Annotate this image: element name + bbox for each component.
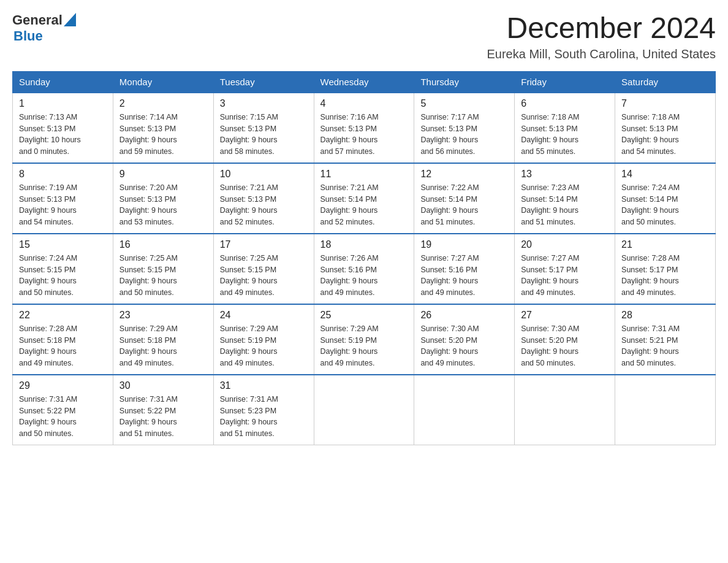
day-number: 10 — [220, 169, 308, 180]
calendar-day-cell: 29Sunrise: 7:31 AMSunset: 5:22 PMDayligh… — [13, 375, 113, 445]
day-number: 17 — [220, 239, 308, 250]
day-info: Sunrise: 7:16 AMSunset: 5:13 PMDaylight:… — [320, 112, 408, 158]
calendar-week-row: 8Sunrise: 7:19 AMSunset: 5:13 PMDaylight… — [13, 163, 716, 234]
calendar-day-cell — [314, 375, 414, 445]
day-info: Sunrise: 7:24 AMSunset: 5:14 PMDaylight:… — [621, 182, 709, 228]
day-number: 20 — [521, 239, 609, 250]
day-info: Sunrise: 7:31 AMSunset: 5:21 PMDaylight:… — [621, 323, 709, 369]
calendar-day-cell: 26Sunrise: 7:30 AMSunset: 5:20 PMDayligh… — [414, 304, 515, 375]
calendar-day-cell: 6Sunrise: 7:18 AMSunset: 5:13 PMDaylight… — [515, 93, 615, 163]
day-info: Sunrise: 7:25 AMSunset: 5:15 PMDaylight:… — [119, 253, 207, 299]
day-number: 6 — [521, 98, 609, 109]
day-number: 30 — [119, 380, 207, 391]
day-info: Sunrise: 7:23 AMSunset: 5:14 PMDaylight:… — [521, 182, 609, 228]
day-number: 27 — [521, 310, 609, 321]
day-number: 14 — [621, 169, 709, 180]
calendar-day-cell: 4Sunrise: 7:16 AMSunset: 5:13 PMDaylight… — [314, 93, 414, 163]
day-info: Sunrise: 7:31 AMSunset: 5:22 PMDaylight:… — [119, 394, 207, 440]
day-info: Sunrise: 7:28 AMSunset: 5:18 PMDaylight:… — [19, 323, 107, 369]
day-number: 25 — [320, 310, 408, 321]
day-info: Sunrise: 7:29 AMSunset: 5:18 PMDaylight:… — [119, 323, 207, 369]
logo-general: General — [12, 12, 63, 28]
calendar-week-row: 1Sunrise: 7:13 AMSunset: 5:13 PMDaylight… — [13, 93, 716, 163]
day-number: 26 — [420, 310, 508, 321]
day-number: 22 — [19, 310, 107, 321]
day-number: 2 — [119, 98, 207, 109]
day-info: Sunrise: 7:24 AMSunset: 5:15 PMDaylight:… — [19, 253, 107, 299]
day-info: Sunrise: 7:22 AMSunset: 5:14 PMDaylight:… — [420, 182, 508, 228]
calendar-day-cell: 23Sunrise: 7:29 AMSunset: 5:18 PMDayligh… — [113, 304, 213, 375]
day-info: Sunrise: 7:31 AMSunset: 5:22 PMDaylight:… — [19, 394, 107, 440]
calendar-day-cell: 25Sunrise: 7:29 AMSunset: 5:19 PMDayligh… — [314, 304, 414, 375]
day-number: 12 — [420, 169, 508, 180]
weekday-header-monday: Monday — [113, 71, 213, 93]
day-number: 4 — [320, 98, 408, 109]
day-number: 5 — [420, 98, 508, 109]
calendar-day-cell: 24Sunrise: 7:29 AMSunset: 5:19 PMDayligh… — [213, 304, 314, 375]
day-info: Sunrise: 7:15 AMSunset: 5:13 PMDaylight:… — [220, 112, 308, 158]
day-number: 24 — [220, 310, 308, 321]
calendar-day-cell: 3Sunrise: 7:15 AMSunset: 5:13 PMDaylight… — [213, 93, 314, 163]
calendar-day-cell: 12Sunrise: 7:22 AMSunset: 5:14 PMDayligh… — [414, 163, 515, 234]
day-number: 11 — [320, 169, 408, 180]
day-info: Sunrise: 7:14 AMSunset: 5:13 PMDaylight:… — [119, 112, 207, 158]
day-info: Sunrise: 7:29 AMSunset: 5:19 PMDaylight:… — [320, 323, 408, 369]
day-number: 13 — [521, 169, 609, 180]
weekday-header-tuesday: Tuesday — [213, 71, 314, 93]
day-number: 28 — [621, 310, 709, 321]
day-number: 18 — [320, 239, 408, 250]
calendar-day-cell — [515, 375, 615, 445]
calendar-day-cell: 8Sunrise: 7:19 AMSunset: 5:13 PMDaylight… — [13, 163, 113, 234]
calendar-day-cell: 22Sunrise: 7:28 AMSunset: 5:18 PMDayligh… — [13, 304, 113, 375]
day-info: Sunrise: 7:21 AMSunset: 5:14 PMDaylight:… — [320, 182, 408, 228]
day-info: Sunrise: 7:18 AMSunset: 5:13 PMDaylight:… — [521, 112, 609, 158]
logo-icon — [64, 13, 76, 26]
calendar-day-cell: 11Sunrise: 7:21 AMSunset: 5:14 PMDayligh… — [314, 163, 414, 234]
day-number: 7 — [621, 98, 709, 109]
day-info: Sunrise: 7:30 AMSunset: 5:20 PMDaylight:… — [521, 323, 609, 369]
calendar-day-cell: 7Sunrise: 7:18 AMSunset: 5:13 PMDaylight… — [615, 93, 716, 163]
day-number: 21 — [621, 239, 709, 250]
day-info: Sunrise: 7:17 AMSunset: 5:13 PMDaylight:… — [420, 112, 508, 158]
day-number: 31 — [220, 380, 308, 391]
day-number: 3 — [220, 98, 308, 109]
day-number: 9 — [119, 169, 207, 180]
day-number: 8 — [19, 169, 107, 180]
calendar-day-cell — [414, 375, 515, 445]
day-info: Sunrise: 7:31 AMSunset: 5:23 PMDaylight:… — [220, 394, 308, 440]
calendar-day-cell: 5Sunrise: 7:17 AMSunset: 5:13 PMDaylight… — [414, 93, 515, 163]
weekday-header-saturday: Saturday — [615, 71, 716, 93]
weekday-header-thursday: Thursday — [414, 71, 515, 93]
day-info: Sunrise: 7:13 AMSunset: 5:13 PMDaylight:… — [19, 112, 107, 158]
day-info: Sunrise: 7:28 AMSunset: 5:17 PMDaylight:… — [621, 253, 709, 299]
calendar-week-row: 29Sunrise: 7:31 AMSunset: 5:22 PMDayligh… — [13, 375, 716, 445]
calendar-day-cell: 20Sunrise: 7:27 AMSunset: 5:17 PMDayligh… — [515, 234, 615, 304]
day-info: Sunrise: 7:18 AMSunset: 5:13 PMDaylight:… — [621, 112, 709, 158]
calendar-day-cell — [615, 375, 716, 445]
calendar-day-cell: 16Sunrise: 7:25 AMSunset: 5:15 PMDayligh… — [113, 234, 213, 304]
weekday-header-wednesday: Wednesday — [314, 71, 414, 93]
day-number: 16 — [119, 239, 207, 250]
calendar-day-cell: 9Sunrise: 7:20 AMSunset: 5:13 PMDaylight… — [113, 163, 213, 234]
calendar-week-row: 15Sunrise: 7:24 AMSunset: 5:15 PMDayligh… — [13, 234, 716, 304]
calendar-day-cell: 15Sunrise: 7:24 AMSunset: 5:15 PMDayligh… — [13, 234, 113, 304]
calendar-day-cell: 10Sunrise: 7:21 AMSunset: 5:13 PMDayligh… — [213, 163, 314, 234]
weekday-header-row: SundayMondayTuesdayWednesdayThursdayFrid… — [13, 71, 716, 93]
title-block: December 2024 Eureka Mill, South Carolin… — [487, 12, 716, 61]
page-header: General Blue December 2024 Eureka Mill, … — [12, 12, 716, 61]
day-number: 23 — [119, 310, 207, 321]
month-year-title: December 2024 — [487, 12, 716, 45]
day-info: Sunrise: 7:30 AMSunset: 5:20 PMDaylight:… — [420, 323, 508, 369]
day-info: Sunrise: 7:29 AMSunset: 5:19 PMDaylight:… — [220, 323, 308, 369]
weekday-header-sunday: Sunday — [13, 71, 113, 93]
calendar-day-cell: 31Sunrise: 7:31 AMSunset: 5:23 PMDayligh… — [213, 375, 314, 445]
calendar-day-cell: 30Sunrise: 7:31 AMSunset: 5:22 PMDayligh… — [113, 375, 213, 445]
calendar-day-cell: 13Sunrise: 7:23 AMSunset: 5:14 PMDayligh… — [515, 163, 615, 234]
weekday-header-friday: Friday — [515, 71, 615, 93]
day-info: Sunrise: 7:25 AMSunset: 5:15 PMDaylight:… — [220, 253, 308, 299]
day-info: Sunrise: 7:27 AMSunset: 5:16 PMDaylight:… — [420, 253, 508, 299]
day-info: Sunrise: 7:27 AMSunset: 5:17 PMDaylight:… — [521, 253, 609, 299]
calendar-day-cell: 14Sunrise: 7:24 AMSunset: 5:14 PMDayligh… — [615, 163, 716, 234]
calendar-day-cell: 2Sunrise: 7:14 AMSunset: 5:13 PMDaylight… — [113, 93, 213, 163]
logo: General Blue — [12, 12, 76, 44]
